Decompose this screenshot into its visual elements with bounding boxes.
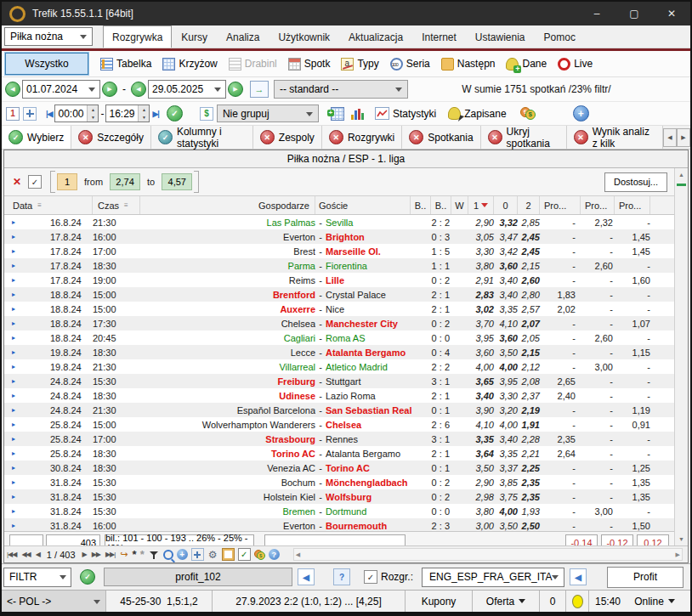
toolbar-button-następn[interactable]: Następn xyxy=(441,58,496,71)
first-record-button[interactable]: |◀◀ xyxy=(7,551,16,558)
toolbar-button-drabinl[interactable]: Drabinl xyxy=(229,58,277,71)
date-from-select[interactable]: 01.07.2024 xyxy=(22,80,100,99)
match-row[interactable]: ▸30.8.2418:30Venezia AC-Torino AC0 : 13,… xyxy=(4,461,674,475)
horizontal-scrollbar[interactable]: ◀▶ xyxy=(293,548,683,561)
date-to-select[interactable]: 29.05.2025 xyxy=(148,80,226,99)
expand-icon[interactable]: ▸ xyxy=(4,493,30,500)
zoom-add-icon[interactable]: + xyxy=(177,549,188,560)
expand-icon[interactable]: ▸ xyxy=(4,218,30,226)
expand-icon[interactable]: ▸ xyxy=(4,406,30,414)
tab-aktualizacja[interactable]: Aktualizacja xyxy=(339,25,412,48)
filter-funnel-icon[interactable] xyxy=(150,551,158,559)
match-row[interactable]: ▸25.8.2417:00Strasbourg-Rennes3 : 13,353… xyxy=(4,432,674,446)
expand-icon[interactable]: ▸ xyxy=(4,334,30,342)
scroll-down-icon[interactable]: ▼ xyxy=(675,533,688,545)
tab-ustawienia[interactable]: Ustawienia xyxy=(466,25,535,48)
match-row[interactable]: ▸17.8.2418:30Parma-Fiorentina1 : 13,803,… xyxy=(4,258,674,273)
summary-empty-box[interactable] xyxy=(9,534,43,545)
filter-tab-rozgrywki[interactable]: ✕Rozgrywki xyxy=(322,126,402,149)
toolbar-button-seria[interactable]: Seria xyxy=(390,58,430,71)
expand-icon[interactable]: ▸ xyxy=(4,233,30,240)
sport-selector[interactable]: Piłka nożna xyxy=(4,27,93,46)
tab-rozgrywka[interactable]: Rozgrywka xyxy=(103,25,172,48)
bookmark-icon[interactable]: * xyxy=(133,548,137,561)
apply-range-button[interactable]: → xyxy=(250,81,269,98)
coins-icon[interactable] xyxy=(520,107,536,120)
gear-icon[interactable]: ⚙ xyxy=(207,549,218,560)
match-row[interactable]: ▸24.8.2421:30Espaňol Barcelona-San Sebas… xyxy=(4,403,674,417)
bookmark-dim-icon[interactable]: * xyxy=(140,548,145,561)
match-row[interactable]: ▸25.8.2415:00Wolverhampton Wanderers-Che… xyxy=(4,417,674,432)
tab-analiza[interactable]: Analiza xyxy=(217,25,269,48)
preset-select[interactable]: -- standard -- xyxy=(274,80,408,99)
column-header-gospodarze[interactable]: Gospodarze xyxy=(140,196,315,214)
expand-icon[interactable]: ▸ xyxy=(4,522,30,529)
column-header-czas[interactable]: Czas≡ xyxy=(93,196,140,214)
checkbox-icon[interactable]: ✓ xyxy=(238,548,251,561)
match-row[interactable]: ▸18.8.2415:00Brentford-Crystal Palace2 :… xyxy=(4,287,674,302)
toolbar-button-live[interactable]: Live xyxy=(558,58,593,71)
load-league-button[interactable]: ◀ xyxy=(570,568,587,585)
scroll-right-icon[interactable]: ▶ xyxy=(676,551,680,558)
expand-icon[interactable]: ▸ xyxy=(4,435,30,443)
filter-tab-zespoly[interactable]: ✕Zespoly xyxy=(253,126,322,149)
condition-to-value[interactable]: 4,57 xyxy=(162,173,192,190)
all-button[interactable]: Wszystko xyxy=(5,53,88,75)
splitter-handle[interactable] xyxy=(677,184,686,186)
column-header-b1[interactable]: B.. xyxy=(411,196,431,214)
column-header-pro3[interactable]: Pro... xyxy=(615,196,650,214)
scroll-up-icon[interactable]: ▲ xyxy=(675,168,688,181)
toolbar-button-dane[interactable]: Dane xyxy=(506,58,547,71)
line-chart-icon[interactable] xyxy=(375,107,389,120)
filter-apply-icon[interactable]: ✓ xyxy=(80,569,95,585)
coins-icon[interactable] xyxy=(254,549,265,560)
fast-prev-button[interactable]: ◀◀ xyxy=(21,551,30,558)
match-row[interactable]: ▸17.8.2419:00Reims-Lille0 : 22,913,402,6… xyxy=(4,273,674,287)
match-row[interactable]: ▸24.8.2418:30Udinese-Lazio Roma2 : 13,40… xyxy=(4,388,674,403)
statystyki-label[interactable]: Statystyki xyxy=(393,108,436,120)
expand-icon[interactable]: ▸ xyxy=(4,319,30,327)
match-row[interactable]: ▸19.8.2418:30Lecce-Atalanta Bergamo0 : 4… xyxy=(4,345,674,359)
add-button[interactable]: + xyxy=(573,105,589,122)
time-from-spinner[interactable]: 00:00 ▲▼ xyxy=(54,105,99,122)
expand-icon[interactable]: ▸ xyxy=(4,478,30,486)
scroll-right-button[interactable]: ▶ xyxy=(677,128,690,147)
date-from-next-button[interactable]: ▶ xyxy=(102,82,117,97)
toolbar-button-tabelka[interactable]: Tabelka xyxy=(100,58,151,71)
spin-buttons[interactable]: ▲▼ xyxy=(87,105,98,122)
summary-empty-box2[interactable] xyxy=(264,534,406,545)
apply-time-button[interactable]: ✓ xyxy=(167,105,183,122)
group-select[interactable]: Nie grupuj xyxy=(217,105,319,122)
date-to-next-button[interactable]: ▶ xyxy=(228,82,243,97)
move-icon[interactable] xyxy=(23,107,37,121)
match-row[interactable]: ▸25.8.2418:30Torino AC-Atalanta Bergamo2… xyxy=(4,446,674,461)
adjust-button[interactable]: Dostosuj... xyxy=(604,172,667,192)
last-record-button[interactable]: ▶▶| xyxy=(105,551,115,558)
tab-internet[interactable]: Internet xyxy=(412,25,466,48)
match-row[interactable]: ▸18.8.2420:45Cagliari-Roma AS0 : 03,953,… xyxy=(4,331,674,345)
skip-end-button[interactable]: ▶| xyxy=(152,110,158,118)
expand-icon[interactable]: ▸ xyxy=(4,305,30,313)
match-row[interactable]: ▸18.8.2417:30Chelsea-Manchester City0 : … xyxy=(4,316,674,331)
match-row[interactable]: ▸31.8.2415:30Holstein Kiel-Wolfsburg0 : … xyxy=(4,489,674,504)
match-row[interactable]: ▸16.8.2421:30Las Palmas-Sevilla2 : 22,90… xyxy=(4,215,674,229)
expand-icon[interactable]: ▸ xyxy=(4,464,30,472)
league-select[interactable]: ENG_ESP_FRA_GER_ITA xyxy=(422,568,564,587)
toolbar-button-spotk[interactable]: Spotk xyxy=(288,58,331,71)
day-icon[interactable]: 1 xyxy=(6,107,20,121)
prev-record-button[interactable]: ◀ xyxy=(36,551,40,558)
scroll-left-button[interactable]: ◀ xyxy=(663,128,677,147)
help-icon[interactable]: ? xyxy=(269,549,280,560)
next-record-button[interactable]: ▶ xyxy=(82,551,87,558)
tab-użytkownik[interactable]: Użytkownik xyxy=(269,25,339,48)
condition-from-value[interactable]: 2,74 xyxy=(110,173,140,190)
expand-icon[interactable]: ▸ xyxy=(4,421,30,428)
expand-icon[interactable]: ▸ xyxy=(4,377,30,385)
column-header-pro1[interactable]: Pro... xyxy=(540,196,581,214)
language-select[interactable]: <- POL -> xyxy=(2,591,106,612)
clipboard-icon[interactable] xyxy=(222,548,235,561)
match-row[interactable]: ▸31.8.2415:30Bochum-Mönchengladbach0 : 2… xyxy=(4,475,674,489)
minimize-button[interactable]: – xyxy=(578,2,615,25)
pan-icon[interactable] xyxy=(191,548,204,561)
oferta-button[interactable]: Oferta xyxy=(473,591,540,612)
